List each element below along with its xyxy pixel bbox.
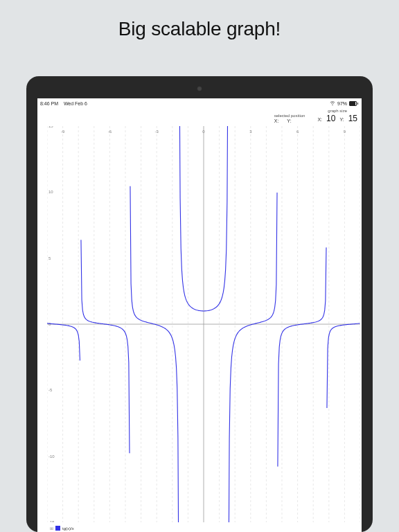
legend: ⊞ tg(x)/x: [50, 526, 74, 531]
selpos-x-label: X:: [274, 118, 279, 123]
battery-icon: [349, 101, 359, 106]
gsize-x-label: X:: [317, 117, 322, 122]
status-battery: 97%: [337, 101, 347, 106]
gsize-x-value[interactable]: 10: [326, 114, 335, 123]
svg-text:0: 0: [202, 130, 205, 134]
graph-size-group: graph size X: 10 Y: 15: [317, 109, 357, 123]
status-date: Wed Feb 6: [64, 101, 87, 106]
selpos-y-label: Y:: [287, 118, 291, 123]
svg-text:-5: -5: [48, 388, 53, 392]
readout-bar: selected position X: Y: graph size X: 10…: [37, 108, 362, 123]
svg-text:3: 3: [249, 130, 252, 134]
gsize-y-label: Y:: [339, 117, 344, 122]
tablet-frame: 8:46 PM Wed Feb 6 97% selected position …: [26, 76, 373, 532]
selected-position-group: selected position X: Y:: [274, 114, 305, 123]
svg-text:5: 5: [48, 256, 51, 260]
page-title: Big scalable graph!: [0, 0, 399, 40]
legend-swatch: [55, 526, 60, 531]
svg-text:-6: -6: [108, 130, 112, 134]
legend-plus-icon[interactable]: ⊞: [50, 526, 53, 531]
app-screen[interactable]: 8:46 PM Wed Feb 6 97% selected position …: [37, 98, 362, 532]
legend-label: tg(x)/x: [62, 526, 74, 531]
status-bar: 8:46 PM Wed Feb 6 97%: [37, 98, 362, 108]
svg-text:15: 15: [48, 126, 53, 128]
plot-area[interactable]: -9-6-30369-15-10-5051015: [47, 126, 360, 522]
svg-text:9: 9: [344, 130, 346, 134]
wifi-icon: [330, 100, 335, 106]
graph-size-title: graph size: [317, 109, 357, 113]
svg-text:-15: -15: [48, 520, 55, 522]
camera-dot: [197, 86, 202, 91]
svg-text:6: 6: [296, 130, 299, 134]
svg-text:-3: -3: [155, 130, 159, 134]
svg-text:-9: -9: [61, 130, 65, 134]
selected-position-title: selected position: [274, 114, 305, 118]
svg-text:10: 10: [48, 190, 53, 194]
svg-text:-10: -10: [48, 454, 55, 459]
gsize-y-value[interactable]: 15: [348, 114, 357, 123]
status-time: 8:46 PM: [40, 101, 58, 106]
plot-svg[interactable]: -9-6-30369-15-10-5051015: [47, 126, 360, 522]
